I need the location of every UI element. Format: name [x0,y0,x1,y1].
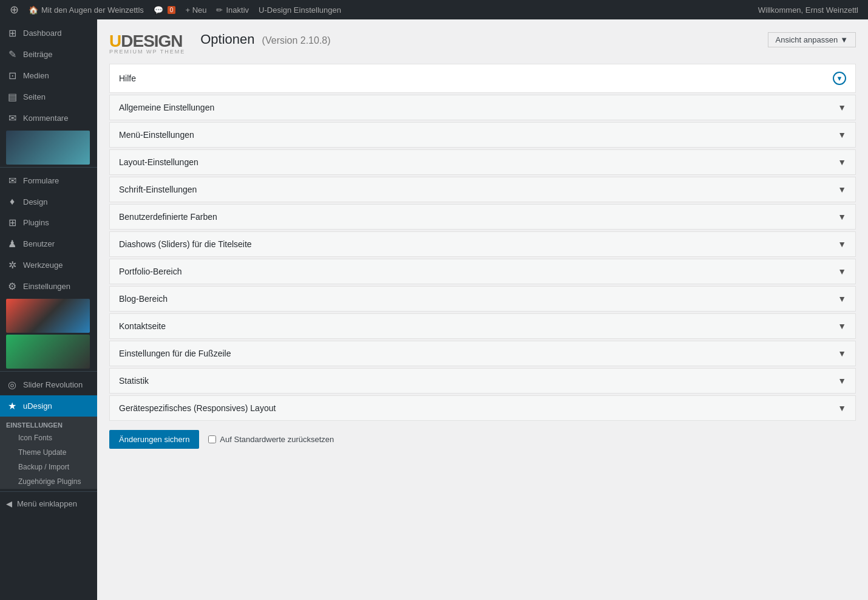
media-icon: ⊡ [6,70,18,81]
save-button[interactable]: Änderungen sichern [109,430,199,449]
sidebar-item-werkzeuge[interactable]: ✲ Werkzeuge [0,254,97,276]
sidebar-item-formulare[interactable]: ✉ Formulare [0,170,97,191]
accordion-header-fusszeile[interactable]: Einstellungen für die Fußzeile ▼ [110,341,855,366]
comments-badge: 0 [168,6,176,14]
accordion-layout: Layout-Einstellungen ▼ [109,149,856,175]
sidebar-subitem-related-plugins[interactable]: Zugehörige Plugins [0,474,97,489]
collapse-icon: ◀ [6,499,12,508]
chevron-down-icon-kontakt: ▼ [838,321,846,331]
accordion-menu: Menü-Einstellungen ▼ [109,122,856,148]
inactive-label[interactable]: ✏ Inaktiv [211,0,254,19]
bottom-actions: Änderungen sichern Auf Standardwerte zur… [109,430,856,449]
chevron-circle-icon: ▼ [833,72,846,85]
udesign-logo: UDESIGN PREMIUM WP THEME [109,32,185,55]
pages-icon: ▤ [6,91,18,103]
accordion-blog: Blog-Bereich ▼ [109,286,856,312]
udesign-settings-link[interactable]: U-Design Einstellungen [254,0,346,19]
sidebar-item-beitraege[interactable]: ✎ Beiträge [0,44,97,65]
accordion-header-blog[interactable]: Blog-Bereich ▼ [110,287,855,311]
customize-button[interactable]: Ansicht anpassen ▼ [768,32,856,47]
chevron-down-icon-allgemeine: ▼ [838,103,846,112]
accordion-header-statistik[interactable]: Statistik ▼ [110,369,855,393]
einstellungen-group-label: Einstellungen [0,417,97,431]
chevron-down-icon-schrift: ▼ [838,185,846,194]
accordion-header-hilfe[interactable]: Hilfe ▼ [110,64,855,92]
logo-u: U [109,32,121,50]
accordion-responsive: Gerätespezifisches (Responsives) Layout … [109,395,856,421]
welcome-user[interactable]: Willkommen, Ernst Weinzettl [753,0,863,19]
accordion-header-responsive[interactable]: Gerätespezifisches (Responsives) Layout … [110,396,855,420]
sidebar-item-benutzer[interactable]: ♟ Benutzer [0,233,97,254]
sidebar-thumbnail-3 [6,335,90,369]
accordion-header-allgemeine[interactable]: Allgemeine Einstellungen ▼ [110,95,855,120]
accordion-schrift: Schrift-Einstellungen ▼ [109,177,856,202]
accordion-portfolio: Portfolio-Bereich ▼ [109,259,856,284]
accordion-farben: Benutzerdefinierte Farben ▼ [109,204,856,230]
wp-logo[interactable]: ⊕ [5,0,24,19]
comments-link[interactable]: 💬 0 [149,0,181,19]
design-icon: ♦ [6,196,18,207]
sidebar-item-dashboard[interactable]: ⊞ Dashboard [0,22,97,44]
users-icon: ♟ [6,238,18,250]
accordion-fusszeile: Einstellungen für die Fußzeile ▼ [109,341,856,366]
accordion-container: Hilfe ▼ Allgemeine Einstellungen ▼ Menü-… [109,64,856,421]
sidebar-subitem-backup-import[interactable]: Backup / Import [0,460,97,474]
sidebar-subitem-theme-update[interactable]: Theme Update [0,445,97,460]
posts-icon: ✎ [6,49,18,60]
sidebar-thumbnail-2 [6,299,90,333]
collapse-menu-button[interactable]: ◀ Menü einklappen [0,494,97,513]
sidebar-item-slider-revolution[interactable]: ◎ Slider Revolution [0,374,97,395]
comment-icon: 💬 [154,5,163,15]
chevron-down-icon-responsive: ▼ [838,403,846,413]
settings-icon: ⚙ [6,281,18,292]
accordion-header-schrift[interactable]: Schrift-Einstellungen ▼ [110,177,855,202]
chevron-down-icon-farben: ▼ [838,212,846,222]
accordion-header-kontakt[interactable]: Kontaktseite ▼ [110,314,855,338]
chevron-down-icon-blog: ▼ [838,294,846,304]
main-content-area: UDESIGN PREMIUM WP THEME Optionen (Versi… [97,19,868,600]
comments-icon: ✉ [6,112,18,124]
udesign-icon: ★ [6,400,18,412]
tools-icon: ✲ [6,259,18,271]
logo-subtitle: PREMIUM WP THEME [109,49,185,55]
dashboard-icon: ⊞ [6,27,18,39]
udesign-submenu: Einstellungen Icon Fonts Theme Update Ba… [0,417,97,489]
accordion-allgemeine: Allgemeine Einstellungen ▼ [109,95,856,120]
slider-icon: ◎ [6,379,18,390]
chevron-down-icon-portfolio: ▼ [838,267,846,276]
chevron-down-icon-menu: ▼ [838,130,846,140]
sidebar-item-einstellungen[interactable]: ⚙ Einstellungen [0,276,97,297]
sidebar-thumbnail-1 [6,131,90,165]
admin-bar: ⊕ 🏠 Mit den Augen der Weinzettls 💬 0 + N… [0,0,868,19]
sidebar-item-kommentare[interactable]: ✉ Kommentare [0,107,97,129]
sidebar-item-udesign[interactable]: ★ uDesign [0,395,97,417]
accordion-diashows: Diashows (Sliders) für die Titelseite ▼ [109,231,856,257]
accordion-header-farben[interactable]: Benutzerdefinierte Farben ▼ [110,205,855,229]
reset-label[interactable]: Auf Standardwerte zurücksetzen [208,435,334,444]
sidebar-subitem-icon-fonts[interactable]: Icon Fonts [0,431,97,445]
plugins-icon: ⊞ [6,217,18,228]
logo-design: DESIGN [121,32,182,50]
forms-icon: ✉ [6,175,18,186]
reset-checkbox[interactable] [208,435,216,443]
site-name[interactable]: 🏠 Mit den Augen der Weinzettls [24,0,149,19]
accordion-header-layout[interactable]: Layout-Einstellungen ▼ [110,150,855,174]
sidebar-item-design[interactable]: ♦ Design [0,191,97,212]
sidebar-item-medien[interactable]: ⊡ Medien [0,65,97,86]
accordion-header-menu[interactable]: Menü-Einstellungen ▼ [110,123,855,147]
wp-icon: ⊕ [10,3,19,16]
page-title: Optionen [200,32,254,47]
accordion-header-portfolio[interactable]: Portfolio-Bereich ▼ [110,259,855,284]
page-version: (Version 2.10.8) [262,35,331,46]
edit-icon: ✏ [216,5,223,15]
accordion-header-diashows[interactable]: Diashows (Sliders) für die Titelseite ▼ [110,232,855,256]
chevron-down-icon-layout: ▼ [838,157,846,167]
sidebar-item-plugins[interactable]: ⊞ Plugins [0,212,97,233]
accordion-statistik: Statistik ▼ [109,368,856,394]
chevron-down-icon-statistik: ▼ [838,376,846,386]
new-content[interactable]: + Neu [180,0,211,19]
chevron-down-icon: ▼ [840,35,848,44]
sidebar-item-seiten[interactable]: ▤ Seiten [0,86,97,107]
chevron-down-icon-fusszeile: ▼ [838,349,846,358]
accordion-kontakt: Kontaktseite ▼ [109,313,856,339]
